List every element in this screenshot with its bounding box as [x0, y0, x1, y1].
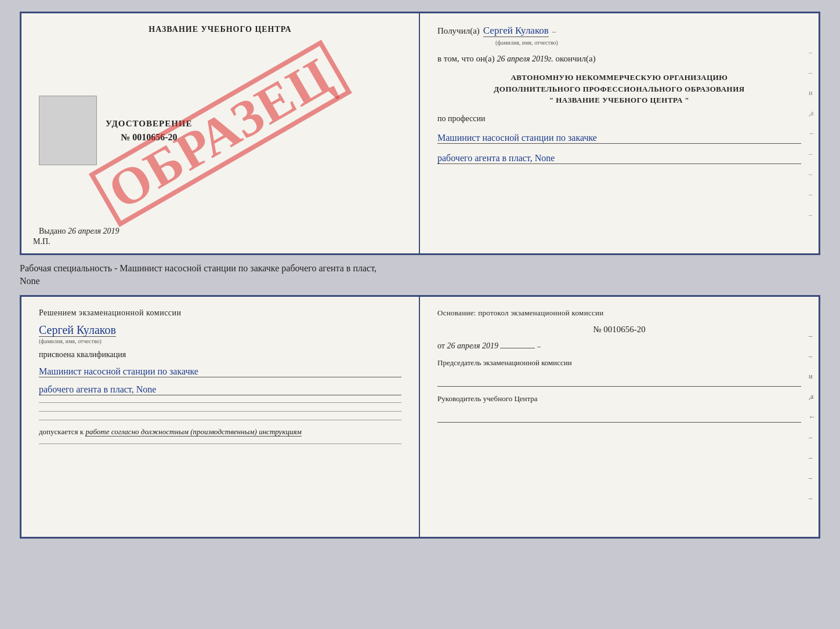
head-sig-line	[437, 411, 801, 423]
profession-line2: рабочего агента в пласт, None	[437, 152, 801, 164]
cert-info: УДОСТОВЕРЕНИЕ № 0010656-20	[106, 119, 193, 143]
divider4	[39, 443, 401, 444]
cert-issued-row: Выдано 26 апреля 2019	[39, 227, 120, 236]
qual-hw-2: рабочего агента в пласт, None	[39, 384, 401, 395]
basis-text: Основание: протокол экзаменационной коми…	[437, 308, 801, 318]
bottom-person-name: Сергей Кулаков	[39, 323, 116, 337]
divider3	[39, 420, 401, 420]
org-block: АВТОНОМНУЮ НЕКОММЕРЧЕСКУЮ ОРГАНИЗАЦИЮ ДО…	[437, 72, 801, 106]
allowed-label: допускается к	[39, 427, 84, 436]
top-doc-left: НАЗВАНИЕ УЧЕБНОГО ЦЕНТРА УДОСТОВЕРЕНИЕ №…	[21, 13, 420, 253]
recipient-name: Сергей Кулаков	[483, 25, 549, 37]
allowed-row: допускается к работе согласно должностны…	[39, 427, 401, 437]
middle-text: Рабочая специальность - Машинист насосно…	[20, 260, 820, 290]
photo-placeholder	[39, 96, 97, 165]
issued-label: Выдано	[39, 227, 66, 235]
issued-date: 26 апреля 2019	[68, 227, 119, 235]
cert-middle: УДОСТОВЕРЕНИЕ № 0010656-20	[39, 96, 401, 165]
cert-number: № 0010656-20	[106, 132, 193, 143]
date-line	[500, 348, 535, 348]
qualification-line1: Машинист насосной станции по закачке	[39, 365, 401, 377]
side-marks-right: – – и ,а ← – – – –	[809, 332, 816, 503]
bottom-person-row: Сергей Кулаков (фамилия, имя, отчество)	[39, 323, 401, 344]
bottom-fio-hint: (фамилия, имя, отчество)	[39, 338, 401, 344]
head-title: Руководитель учебного Центра	[437, 394, 801, 404]
number-row: № 0010656-20	[437, 325, 801, 335]
date-label: в том, что он(а)	[437, 54, 495, 63]
org-line3: " НАЗВАНИЕ УЧЕБНОГО ЦЕНТРА "	[437, 94, 801, 106]
number-value: 0010656-20	[603, 325, 646, 334]
side-marks: – – и ,а ← – – – –	[809, 48, 816, 219]
school-name-top: НАЗВАНИЕ УЧЕБНОГО ЦЕНТРА	[149, 25, 291, 34]
profession-label: по профессии	[437, 114, 801, 123]
fio-hint-top: (фамилия, имя, отчество)	[437, 39, 801, 46]
middle-text-line2: None	[20, 276, 40, 286]
profession-handwritten-1: Машинист насосной станции по закачке	[437, 133, 801, 144]
divider2	[39, 411, 401, 412]
chairman-title: Председатель экзаменационной комиссии	[437, 358, 801, 368]
middle-text-line1: Рабочая специальность - Машинист насосно…	[20, 263, 376, 273]
number-label: №	[593, 325, 601, 334]
document-container: НАЗВАНИЕ УЧЕБНОГО ЦЕНТРА УДОСТОВЕРЕНИЕ №…	[20, 12, 820, 539]
cert-bottom-row: Выдано 26 апреля 2019	[39, 227, 401, 242]
date-value-bottom: 26 апреля 2019	[447, 341, 498, 350]
commission-text: Решением экзаменационной комиссии	[39, 308, 401, 318]
org-line2: ДОПОЛНИТЕЛЬНОГО ПРОФЕССИОНАЛЬНОГО ОБРАЗО…	[437, 83, 801, 95]
recipient-label: Получил(а)	[437, 26, 480, 36]
qual-hw-1: Машинист насосной станции по закачке	[39, 366, 401, 377]
recipient-row: Получил(а) Сергей Кулаков –	[437, 25, 801, 37]
top-doc-right: Получил(а) Сергей Кулаков – (фамилия, им…	[420, 13, 819, 253]
date-row-bottom: от 26 апреля 2019 –	[437, 341, 801, 351]
profession-line1: Машинист насосной станции по закачке	[437, 132, 801, 144]
top-document: НАЗВАНИЕ УЧЕБНОГО ЦЕНТРА УДОСТОВЕРЕНИЕ №…	[20, 12, 820, 255]
chairman-sig-line	[437, 375, 801, 387]
divider1	[39, 402, 401, 403]
org-line1: АВТОНОМНУЮ НЕКОММЕРЧЕСКУЮ ОРГАНИЗАЦИЮ	[437, 72, 801, 83]
date-row: в том, что он(а) 26 апреля 2019г. окончи…	[437, 54, 801, 64]
bottom-doc-left: Решением экзаменационной комиссии Сергей…	[21, 297, 420, 537]
date-label-bottom: от	[437, 341, 445, 350]
allowed-text: работе согласно должностным (производств…	[85, 427, 301, 437]
profession-handwritten-2: рабочего агента в пласт, None	[437, 153, 801, 164]
cert-title: УДОСТОВЕРЕНИЕ	[106, 119, 193, 129]
bottom-document: Решением экзаменационной комиссии Сергей…	[20, 295, 820, 539]
date-value: 26 апреля 2019г.	[497, 54, 553, 63]
assigned-text: присвоена квалификация	[39, 350, 401, 359]
bottom-doc-right: Основание: протокол экзаменационной коми…	[420, 297, 819, 537]
mp-label: М.П.	[33, 237, 50, 246]
finished-label: окончил(а)	[556, 54, 596, 63]
qualification-line2: рабочего агента в пласт, None	[39, 383, 401, 395]
dash-sep: –	[552, 27, 556, 36]
